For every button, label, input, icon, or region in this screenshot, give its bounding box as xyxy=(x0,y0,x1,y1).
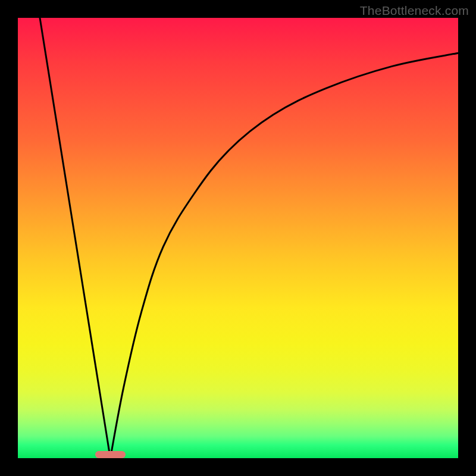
curve-layer xyxy=(18,18,458,458)
plot-area xyxy=(18,18,458,458)
bottleneck-curve xyxy=(40,18,458,458)
chart-frame: TheBottleneck.com xyxy=(0,0,476,476)
optimal-marker xyxy=(95,451,126,458)
watermark-text: TheBottleneck.com xyxy=(360,4,469,18)
